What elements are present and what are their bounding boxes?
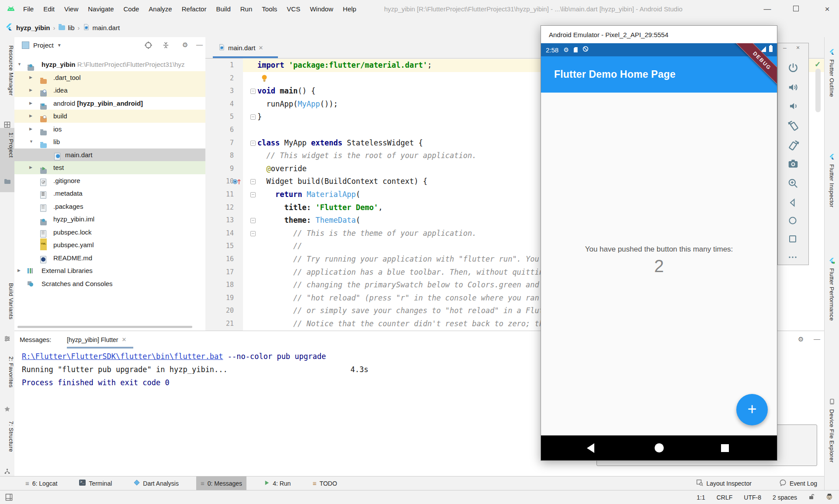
status-widget-crlf[interactable]: CRLF bbox=[717, 494, 733, 501]
tree-item-scratches-and-consoles[interactable]: Scratches and Consoles bbox=[14, 277, 205, 290]
overrides-method-icon[interactable] bbox=[232, 178, 242, 187]
menu-item-file[interactable]: File bbox=[18, 0, 38, 18]
tree-item-android[interactable]: ▶android [hyzp_yibin_android] bbox=[14, 97, 205, 110]
emulator-volume-down-icon[interactable] bbox=[787, 100, 800, 113]
increment-fab-button[interactable]: + bbox=[736, 394, 768, 425]
emulator-camera-icon[interactable] bbox=[787, 158, 800, 170]
emulator-zoom-icon[interactable] bbox=[787, 178, 800, 190]
settings-gear-icon[interactable]: ⚙ bbox=[798, 335, 804, 343]
unlock-icon[interactable] bbox=[808, 494, 815, 501]
editor-scrollbar[interactable] bbox=[815, 69, 821, 112]
tree-item--idea[interactable]: ▶.idea bbox=[14, 84, 205, 97]
tool-windows-toggle-icon[interactable] bbox=[5, 494, 13, 503]
emulator-minimize-button[interactable]: – bbox=[783, 44, 787, 51]
expanded-arrow-icon[interactable]: ▼ bbox=[29, 135, 33, 148]
tool-button-7-structure[interactable]: 7: Structure bbox=[0, 421, 14, 452]
collapsed-arrow-icon[interactable]: ▶ bbox=[29, 97, 32, 110]
menu-item-build[interactable]: Build bbox=[211, 0, 235, 18]
emulator-more-icon[interactable] bbox=[787, 252, 800, 264]
tree-item-ios[interactable]: ▶•••ios bbox=[14, 123, 205, 136]
tool-window-button-event-log[interactable]: Event Log bbox=[775, 476, 822, 490]
tree-item-external-libraries[interactable]: ▶External Libraries bbox=[14, 264, 205, 277]
tool-button-build-variants[interactable]: Build Variants bbox=[0, 283, 14, 319]
fold-marker[interactable] bbox=[250, 114, 256, 120]
tool-button-device-file-explorer[interactable]: Device File Explorer bbox=[825, 398, 839, 463]
settings-gear-icon[interactable]: ⚙ bbox=[182, 41, 188, 49]
horizontal-scrollbar[interactable] bbox=[17, 326, 192, 328]
tree-item-readme-md[interactable]: ↓README.md bbox=[14, 252, 205, 265]
status-widget-utf-8[interactable]: UTF-8 bbox=[744, 494, 761, 501]
menu-item-tools[interactable]: Tools bbox=[257, 0, 282, 18]
flutter-bat-link[interactable]: R:\Flutter\FlutterSDK\flutter\bin\flutte… bbox=[22, 352, 223, 361]
close-tab-icon[interactable]: ✕ bbox=[259, 45, 263, 51]
fold-marker[interactable] bbox=[250, 192, 256, 197]
menu-item-view[interactable]: View bbox=[59, 0, 83, 18]
emulator-overview-icon[interactable] bbox=[787, 234, 800, 246]
menu-item-window[interactable]: Window bbox=[305, 0, 338, 18]
tree-item-lib[interactable]: ▼lib bbox=[14, 135, 205, 148]
collapsed-arrow-icon[interactable]: ▶ bbox=[29, 110, 32, 123]
emulator-screen[interactable]: 2:58 ⚙ Flutter Demo Home Page DEBUG You … bbox=[541, 43, 777, 460]
menu-item-vcs[interactable]: VCS bbox=[282, 0, 305, 18]
ide-fatal-errors-icon[interactable] bbox=[826, 493, 833, 501]
tree-item-main-dart[interactable]: main.dart bbox=[14, 148, 205, 162]
collapsed-arrow-icon[interactable]: ▶ bbox=[17, 264, 21, 277]
tree-item-build[interactable]: ▶build bbox=[14, 110, 205, 123]
emulator-volume-up-icon[interactable] bbox=[787, 82, 800, 94]
collapsed-arrow-icon[interactable]: ▶ bbox=[29, 123, 32, 136]
emulator-close-button[interactable]: × bbox=[796, 44, 800, 51]
tool-button-flutter-inspector[interactable]: Flutter Inspector bbox=[825, 154, 839, 207]
breadcrumb-file[interactable]: main.dart bbox=[93, 24, 120, 31]
locate-file-icon[interactable] bbox=[144, 41, 153, 51]
emulator-back-icon[interactable] bbox=[787, 197, 800, 210]
tree-item-hyzp-yibin-iml[interactable]: hyzp_yibin.iml bbox=[14, 213, 205, 226]
menu-item-edit[interactable]: Edit bbox=[38, 0, 59, 18]
window-maximize-button[interactable] bbox=[786, 0, 805, 18]
tool-button-2-favorites[interactable]: 2: Favorites bbox=[0, 356, 14, 388]
messages-flutter-tab[interactable]: [hyzp_yibin] Flutter ✕ bbox=[67, 331, 126, 349]
status-widget-1-1[interactable]: 1:1 bbox=[697, 494, 705, 501]
tool-button-flutter-performance[interactable]: Flutter Performance bbox=[825, 258, 839, 321]
fold-marker[interactable] bbox=[250, 231, 256, 236]
nav-home-button[interactable] bbox=[650, 435, 668, 460]
fold-marker[interactable] bbox=[250, 89, 256, 94]
tree-item-hyzp-yibin[interactable]: ▼hyzp_yibin R:\FlutterProject\FlutterPro… bbox=[14, 58, 205, 71]
nav-overview-button[interactable] bbox=[716, 435, 734, 460]
tool-window-button-6-logcat[interactable]: ≡6: Logcat bbox=[21, 476, 62, 490]
close-tab-icon[interactable]: ✕ bbox=[122, 331, 127, 349]
tree-item--gitignore[interactable]: .gitignore bbox=[14, 174, 205, 187]
tree-item-test[interactable]: ▶test bbox=[14, 161, 205, 174]
menu-item-refactor[interactable]: Refactor bbox=[177, 0, 211, 18]
intention-bulb-icon[interactable] bbox=[261, 74, 267, 84]
menu-item-code[interactable]: Code bbox=[118, 0, 144, 18]
tool-button-resource-manager[interactable]: Resource Manager bbox=[0, 45, 14, 96]
menu-item-run[interactable]: Run bbox=[236, 0, 257, 18]
inspections-ok-check-icon[interactable]: ✓ bbox=[815, 60, 821, 69]
menu-item-analyze[interactable]: Analyze bbox=[144, 0, 177, 18]
tool-button-flutter-outline[interactable]: Flutter Outline bbox=[825, 49, 839, 97]
tree-item-pubspec-lock[interactable]: pubspec.lock bbox=[14, 226, 205, 239]
expanded-arrow-icon[interactable]: ▼ bbox=[17, 58, 21, 71]
tree-item--packages[interactable]: .packages bbox=[14, 200, 205, 213]
fold-marker[interactable] bbox=[250, 141, 256, 146]
collapsed-arrow-icon[interactable]: ▶ bbox=[29, 84, 32, 97]
tool-button-1-project[interactable]: 1: Project bbox=[0, 132, 14, 158]
emulator-rotate-left-icon[interactable] bbox=[787, 119, 800, 131]
collapsed-arrow-icon[interactable]: ▶ bbox=[29, 71, 32, 84]
tree-item--dart-tool[interactable]: ▶.dart_tool bbox=[14, 71, 205, 84]
tree-item--metadata[interactable]: .metadata bbox=[14, 187, 205, 200]
collapsed-arrow-icon[interactable]: ▶ bbox=[29, 161, 32, 174]
breadcrumb-project[interactable]: hyzp_yibin bbox=[16, 24, 50, 31]
breadcrumb-lib[interactable]: lib bbox=[68, 24, 75, 31]
emulator-title-bar[interactable]: Android Emulator - Pixel_2_API_29:5554 bbox=[541, 26, 777, 43]
window-close-button[interactable]: × bbox=[818, 0, 837, 18]
tool-window-button-0-messages[interactable]: ≡0: Messages bbox=[196, 476, 246, 490]
menu-item-navigate[interactable]: Navigate bbox=[83, 0, 118, 18]
nav-back-button[interactable] bbox=[582, 435, 599, 460]
tool-window-button-dart-analysis[interactable]: Dart Analysis bbox=[129, 476, 183, 490]
fold-marker[interactable] bbox=[250, 179, 256, 184]
emulator-power-icon[interactable] bbox=[787, 62, 800, 74]
window-minimize-button[interactable]: — bbox=[758, 0, 777, 18]
hide-panel-icon[interactable]: — bbox=[814, 335, 820, 342]
project-view-label[interactable]: Project bbox=[33, 41, 54, 49]
